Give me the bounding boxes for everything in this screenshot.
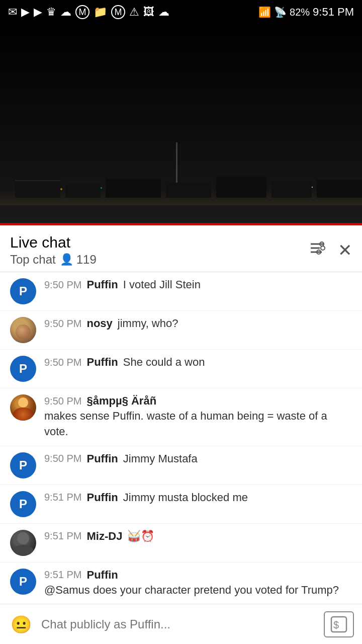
avatar: P	[10, 569, 36, 595]
message-body: 9:50 PM nosy jimmy, who?	[44, 317, 352, 330]
emoji-icon: 😐	[11, 614, 32, 634]
message-text: @Samus does your character pretend you v…	[44, 583, 352, 598]
avatar: P	[10, 356, 36, 382]
message-time: 9:51 PM	[44, 530, 81, 542]
chat-message: P 9:50 PM Puffin I voted Jill Stein	[0, 272, 362, 311]
avatar	[10, 394, 36, 421]
battery-text: 82%	[290, 7, 310, 18]
message-text: 🥁⏰	[127, 530, 154, 543]
message-body: 9:50 PM §åmpµ§ Äråñ makes sense Puffin. …	[44, 394, 352, 440]
chat-message: P 9:51 PM Puffin @Samus does your charac…	[0, 562, 362, 605]
message-time: 9:51 PM	[44, 492, 81, 503]
message-meta: 9:51 PM Miz-DJ 🥁⏰	[44, 530, 352, 543]
emoji-button[interactable]: 😐	[8, 611, 34, 637]
chat-message: 9:50 PM nosy jimmy, who?	[0, 311, 362, 350]
status-icons-right: 📶 📡 82% 9:51 PM	[258, 6, 354, 19]
send-icon: $	[330, 615, 348, 633]
message-body: 9:50 PM Puffin She could a won	[44, 356, 352, 369]
message-time: 9:50 PM	[44, 395, 81, 407]
image-icon: 🖼	[143, 6, 154, 19]
chat-subtitle: Top chat 👤 119	[10, 253, 97, 267]
message-meta: 9:51 PM Puffin	[44, 569, 352, 582]
message-time: 9:50 PM	[44, 357, 81, 368]
message-text: Jimmy Mustafa	[123, 452, 198, 465]
message-time: 9:51 PM	[44, 569, 81, 581]
warning-icon: ⚠	[129, 6, 139, 19]
message-author: Puffin	[86, 569, 118, 582]
svg-point-4	[321, 246, 325, 250]
chat-input[interactable]	[41, 611, 317, 637]
video-player[interactable]	[0, 24, 362, 225]
chat-header: Live chat Top chat 👤 119 ✕	[0, 225, 362, 272]
chat-input-bar: 😐 $	[0, 604, 362, 644]
crown-icon: ♛	[46, 6, 56, 19]
avatar: P	[10, 491, 36, 517]
status-icons-left: ✉ ▶ ▶ ♛ ☁ M 📁 M ⚠ 🖼 ☁	[8, 5, 169, 19]
youtube-icon2: ▶	[34, 6, 42, 19]
avatar	[10, 317, 36, 343]
m-icon: M	[111, 5, 125, 19]
message-time: 9:50 PM	[44, 279, 81, 291]
message-meta: 9:51 PM Puffin Jimmy musta blocked me	[44, 491, 352, 504]
viewer-icon: 👤	[60, 253, 73, 266]
message-body: 9:50 PM Puffin Jimmy Mustafa	[44, 452, 352, 465]
chat-header-left: Live chat Top chat 👤 119	[10, 233, 97, 267]
message-body: 9:51 PM Puffin Jimmy musta blocked me	[44, 491, 352, 504]
chat-message: P 9:51 PM Puffin Jimmy musta blocked me	[0, 485, 362, 524]
message-author: Miz-DJ	[86, 530, 122, 543]
viewer-count-number: 119	[76, 253, 97, 267]
chat-title: Live chat	[10, 233, 97, 252]
time-display: 9:51 PM	[313, 6, 354, 19]
message-meta: 9:50 PM Puffin Jimmy Mustafa	[44, 452, 352, 465]
chat-message: P 9:50 PM Puffin She could a won	[0, 350, 362, 388]
youtube-icon: ▶	[21, 6, 30, 19]
folder-icon: 📁	[94, 6, 107, 19]
message-author: §åmpµ§ Äråñ	[86, 394, 156, 408]
message-author: Puffin	[86, 278, 118, 291]
message-time: 9:50 PM	[44, 318, 81, 330]
message-body: 9:51 PM Puffin @Samus does your characte…	[44, 569, 352, 598]
avatar	[10, 530, 36, 556]
cloud-icon: ☁	[60, 6, 71, 19]
send-button[interactable]: $	[324, 611, 354, 637]
status-bar: ✉ ▶ ▶ ♛ ☁ M 📁 M ⚠ 🖼 ☁ 📶 📡 82% 9:51 PM	[0, 0, 362, 24]
message-text: makes sense Puffin. waste of a human bei…	[44, 409, 352, 440]
message-text: Jimmy musta blocked me	[123, 491, 248, 504]
message-meta: 9:50 PM Puffin I voted Jill Stein	[44, 278, 352, 291]
svg-text:$: $	[333, 619, 339, 630]
message-meta: 9:50 PM §åmpµ§ Äråñ	[44, 394, 352, 408]
message-author: Puffin	[86, 491, 118, 504]
message-time: 9:50 PM	[44, 453, 81, 464]
chat-message: 9:50 PM §åmpµ§ Äråñ makes sense Puffin. …	[0, 388, 362, 446]
message-author: Puffin	[86, 356, 118, 369]
message-author: Puffin	[86, 452, 118, 465]
wifi-icon: 📶	[258, 6, 271, 18]
message-body: 9:51 PM Miz-DJ 🥁⏰	[44, 530, 352, 543]
message-meta: 9:50 PM Puffin She could a won	[44, 356, 352, 369]
message-text: She could a won	[123, 356, 205, 369]
viewer-count: 👤 119	[60, 253, 97, 267]
chat-message: P 9:50 PM Puffin Jimmy Mustafa	[0, 446, 362, 485]
message-meta: 9:50 PM nosy jimmy, who?	[44, 317, 352, 330]
cloud2-icon: ☁	[158, 6, 169, 19]
chat-header-right[interactable]: ✕	[309, 239, 352, 261]
chat-subtitle-text: Top chat	[10, 253, 56, 267]
message-author: nosy	[86, 317, 112, 330]
avatar: P	[10, 452, 36, 478]
message-body: 9:50 PM Puffin I voted Jill Stein	[44, 278, 352, 291]
message-text: I voted Jill Stein	[123, 278, 201, 291]
music-icon: M	[75, 5, 89, 19]
close-button[interactable]: ✕	[338, 240, 352, 260]
avatar: P	[10, 278, 36, 304]
message-icon: ✉	[8, 6, 17, 19]
message-text: jimmy, who?	[118, 317, 178, 330]
filter-button[interactable]	[309, 239, 326, 261]
chat-message: 9:51 PM Miz-DJ 🥁⏰	[0, 524, 362, 562]
signal-icon: 📡	[274, 6, 287, 18]
chat-messages: P 9:50 PM Puffin I voted Jill Stein 9:50…	[0, 272, 362, 644]
